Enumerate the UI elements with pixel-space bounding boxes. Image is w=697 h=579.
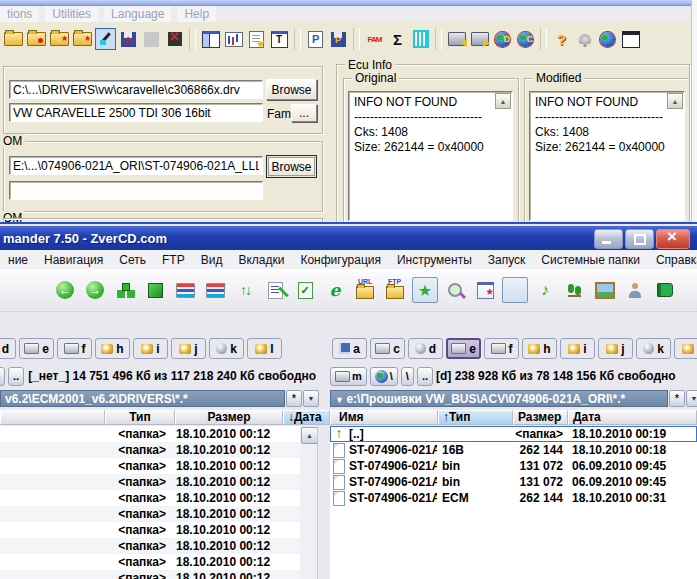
close-button[interactable] [656, 229, 690, 249]
calendar-button[interactable] [472, 277, 498, 303]
open-family-button[interactable] [72, 28, 93, 50]
driver-path-field[interactable] [9, 80, 263, 99]
menu-item-ние[interactable]: ние [0, 251, 36, 269]
table-row[interactable]: <папка>18.10.2010 00:12 [0, 442, 300, 458]
browse-rom-button[interactable]: Browse [266, 155, 317, 178]
help-button[interactable]: ? [551, 28, 572, 50]
stack-button[interactable] [172, 277, 198, 303]
left-root-button[interactable]: \ [0, 367, 5, 386]
right-parent-button[interactable]: .. [417, 367, 433, 386]
globe-c-button[interactable] [515, 28, 536, 50]
right-root-button[interactable]: \ [401, 367, 414, 386]
transfer-button[interactable] [232, 277, 258, 303]
left-header-name[interactable] [0, 410, 105, 425]
delete-button[interactable] [164, 28, 185, 50]
ftp-folder-button[interactable] [382, 277, 408, 303]
search-button[interactable] [442, 277, 468, 303]
right-path-history-icon[interactable] [686, 390, 697, 407]
checksum-button[interactable]: Σ [387, 28, 408, 50]
fam-more-button[interactable]: ... [291, 104, 317, 122]
read-ecu-button[interactable] [446, 28, 467, 50]
cubes-button[interactable] [112, 277, 138, 303]
table-row[interactable]: <папка>18.10.2010 00:12 [0, 538, 300, 554]
driver-name-field[interactable] [9, 103, 263, 122]
drive-right-f-button[interactable]: f [484, 338, 519, 359]
left-path-bar[interactable]: v6.2\ECM2001_v6.2\DRIVERS\*.* [0, 390, 285, 407]
drive-right-l-button[interactable]: l [674, 338, 697, 359]
paint-button[interactable] [95, 28, 116, 50]
menu-item-справка[interactable]: Справка [648, 251, 697, 269]
right-drive-m-button[interactable]: m [330, 367, 367, 386]
table-row[interactable]: ST-074906-021A..16B262 14418.10.2010 00:… [330, 442, 697, 458]
fam-button[interactable]: FAM [364, 28, 385, 50]
user-button[interactable] [622, 277, 648, 303]
table-row[interactable]: <папка>18.10.2010 00:12 [0, 490, 300, 506]
url-folder-button[interactable] [352, 277, 378, 303]
print-page-button[interactable] [305, 28, 326, 50]
menu-item-навигация[interactable]: Навигация [36, 251, 111, 269]
menu-item-вид[interactable]: Вид [193, 251, 231, 269]
table-row[interactable]: ST-074906-021A..bin131 07206.09.2010 09:… [330, 474, 697, 490]
globe-d-button[interactable] [492, 28, 513, 50]
drive-left-i-button[interactable]: i [133, 338, 168, 359]
table-row[interactable]: <папка>18.10.2010 00:12 [0, 554, 300, 570]
table-row[interactable]: <папка>18.10.2010 00:12 [0, 570, 300, 579]
internet-button[interactable] [322, 277, 348, 303]
left-header-size[interactable]: Размер [175, 410, 283, 425]
left-list-scrollbar[interactable] [300, 426, 317, 579]
drive-left-d-button[interactable]: d [0, 338, 16, 359]
scroll-up-icon[interactable] [667, 93, 683, 109]
graph-button[interactable] [223, 28, 244, 50]
menu-item-запуск[interactable]: Запуск [480, 251, 534, 269]
right-header-size[interactable]: Размер [513, 410, 568, 425]
drive-left-e-button[interactable]: e [19, 338, 54, 359]
menu-item-системные-папки[interactable]: Системные папки [533, 251, 648, 269]
drive-right-i-button[interactable]: i [560, 338, 595, 359]
text-window-button[interactable] [269, 28, 290, 50]
table-row[interactable]: <папка>18.10.2010 00:12 [0, 506, 300, 522]
stack-unpack-button[interactable] [202, 277, 228, 303]
cube-button[interactable] [142, 277, 168, 303]
picture-button[interactable] [592, 277, 618, 303]
blank-button[interactable] [141, 28, 162, 50]
menu-item-tions[interactable]: tions [0, 6, 39, 22]
tc-titlebar[interactable]: mander 7.50 - ZverCD.com [0, 226, 697, 250]
table-row[interactable]: <папка>18.10.2010 00:12 [0, 458, 300, 474]
right-path-bar[interactable]: e:\Прошивки VW_BUS\ACV\074906-021A_ORI\*… [330, 390, 668, 407]
split-view-button[interactable] [200, 28, 221, 50]
bell-button[interactable] [574, 28, 595, 50]
drive-right-c-button[interactable]: c [370, 338, 405, 359]
original-info-textarea[interactable]: INFO NOT FOUND--------------------------… [348, 91, 513, 221]
right-header-date[interactable]: Дата [568, 410, 697, 425]
table-row[interactable]: ST-074906-021A..ECM262 14418.10.2010 00:… [330, 490, 697, 506]
checklist-button[interactable] [292, 277, 318, 303]
right-header-type[interactable]: ↑Тип [438, 410, 513, 425]
drive-right-d-button[interactable]: d [408, 338, 443, 359]
drive-right-j-button[interactable]: j [598, 338, 633, 359]
drive-left-h-button[interactable]: h [95, 338, 130, 359]
menu-item-language[interactable]: Language [104, 6, 171, 22]
drive-right-h-button[interactable]: h [522, 338, 557, 359]
forward-button[interactable] [82, 277, 108, 303]
edit-notes-button[interactable] [246, 28, 267, 50]
open-original-button[interactable] [26, 28, 47, 50]
favorites-button[interactable] [412, 277, 438, 303]
save-button[interactable] [118, 28, 139, 50]
maximize-button[interactable] [625, 229, 654, 249]
print-save-button[interactable] [328, 28, 349, 50]
table-row[interactable]: <папка>18.10.2010 00:12 [0, 522, 300, 538]
scroll-up-icon[interactable] [301, 427, 318, 444]
batch-window-button[interactable] [620, 28, 641, 50]
drive-right-a-button[interactable]: a [332, 338, 367, 359]
menu-item-utilities[interactable]: Utilities [45, 6, 98, 22]
tree-button[interactable] [562, 277, 588, 303]
left-path-star-button[interactable]: * [286, 390, 302, 407]
right-header-name[interactable]: Имя [330, 410, 438, 425]
bin-button[interactable] [410, 28, 431, 50]
drive-left-f-button[interactable]: f [57, 338, 92, 359]
minimize-button[interactable] [594, 229, 623, 249]
left-header-date[interactable]: ↓Дата [283, 410, 330, 425]
table-row[interactable]: [..]<папка>18.10.2010 00:19 [330, 426, 697, 442]
book-button[interactable] [652, 277, 678, 303]
menu-item-ftp[interactable]: FTP [154, 251, 193, 269]
